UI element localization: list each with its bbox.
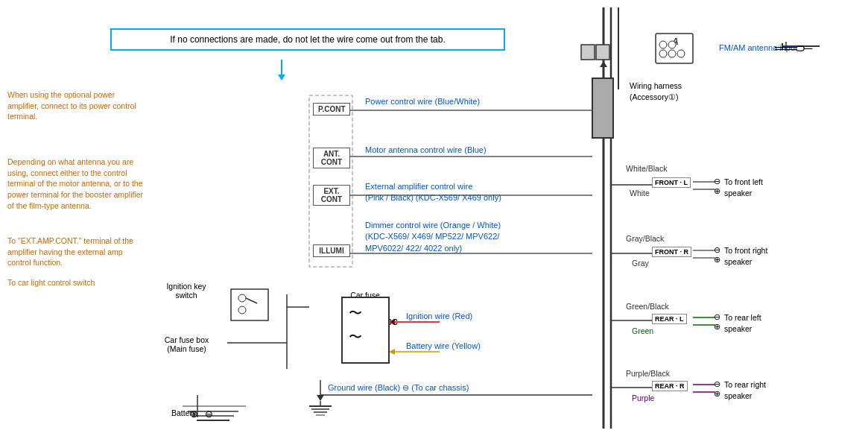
spk-rear-l-label: To rear leftspeaker: [724, 312, 761, 334]
extcont-box: EXT.CONT: [313, 185, 350, 206]
svg-marker-7: [600, 61, 607, 67]
svg-rect-52: [581, 45, 595, 60]
left-note-3: To "EXT.AMP.CONT." terminal of the ampli…: [7, 236, 145, 268]
wire-label-ant: Motor antenna control wire (Blue): [365, 145, 487, 154]
svg-point-59: [659, 41, 667, 48]
spk-front-r-label: To front rightspeaker: [724, 245, 767, 267]
spk-color-g: Gray: [632, 259, 649, 268]
ignition-switch-label: Ignition keyswitch: [149, 282, 224, 300]
svg-point-57: [668, 50, 676, 57]
front-r-label: FRONT · R: [652, 247, 691, 257]
left-note-2: Depending on what antenna you are using,…: [7, 157, 145, 211]
spk-color-pu: Purple: [632, 394, 654, 402]
spk-color-wb: White/Black: [626, 164, 667, 173]
spk-color-pub: Purple/Black: [626, 369, 670, 378]
spk-color-gnb: Green/Black: [626, 302, 669, 311]
wire-label-ignition: Ignition wire (Red): [406, 312, 472, 320]
svg-marker-1: [278, 75, 285, 80]
svg-rect-53: [596, 45, 609, 60]
wiring-harness-label: Wiring harness(Accessory①): [630, 80, 712, 102]
wire-label-battery: Battery wire (Yellow): [406, 341, 481, 350]
wire-label-dimmer: Dimmer control wire (Orange / White)(KDC…: [365, 220, 585, 254]
spk-color-w: White: [630, 189, 650, 197]
svg-point-47: [238, 306, 246, 314]
rear-r-label: REAR · R: [652, 381, 688, 391]
left-note-1: When using the optional power amplifier,…: [7, 89, 145, 122]
wire-label-pcont: Power control wire (Blue/White): [365, 97, 480, 106]
svg-rect-54: [656, 34, 693, 63]
svg-line-48: [246, 298, 257, 303]
illumi-box: ILLUMI: [313, 244, 350, 257]
antcont-box: ANT.CONT: [313, 148, 350, 168]
wire-label-ground: Ground wire (Black) ⊖ (To car chassis): [328, 383, 469, 393]
spk-front-l-label: To front leftspeaker: [724, 177, 763, 198]
svg-rect-45: [231, 289, 268, 320]
svg-rect-12: [309, 95, 352, 267]
svg-text:A: A: [671, 37, 679, 47]
pcont-box: P.CONT: [313, 103, 350, 116]
wire-label-ext: External amplifier control wire(Pink / B…: [365, 181, 581, 204]
svg-point-46: [238, 294, 246, 302]
svg-rect-5: [592, 78, 613, 138]
svg-point-56: [659, 50, 667, 57]
spk-color-gn: Green: [632, 326, 653, 335]
spk-rear-r-label: To rear rightspeaker: [724, 379, 766, 401]
note-box: If no connections are made, do not let t…: [110, 28, 505, 51]
svg-marker-28: [389, 349, 395, 355]
car-fuse-main-label: Car fuse box(Main fuse): [148, 335, 226, 353]
car-fuse-box-visual: 〜 〜: [341, 297, 390, 364]
rear-l-label: REAR · L: [652, 314, 687, 324]
svg-point-60: [668, 41, 676, 48]
front-l-label: FRONT · L: [652, 177, 691, 188]
svg-point-58: [677, 50, 685, 57]
left-note-4: To car light control switch: [7, 277, 112, 288]
spk-color-gb: Gray/Black: [626, 234, 664, 243]
svg-marker-39: [317, 395, 324, 401]
